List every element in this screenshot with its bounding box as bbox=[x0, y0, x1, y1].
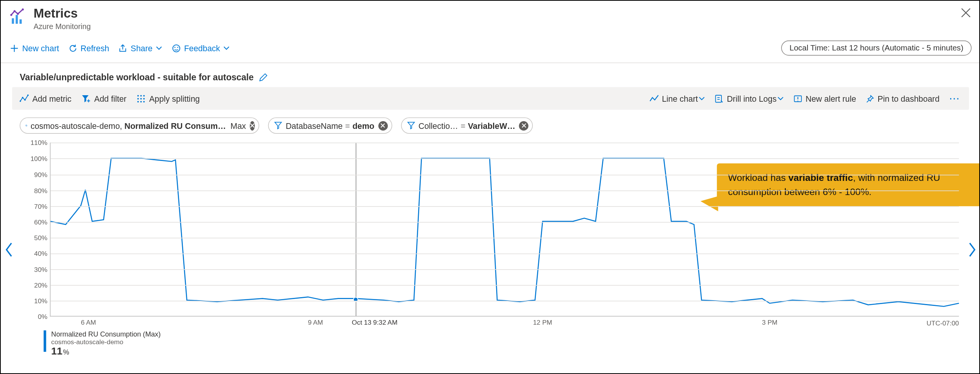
alert-icon bbox=[793, 94, 803, 104]
gridline bbox=[50, 143, 959, 143]
drill-into-logs-button[interactable]: Drill into Logs bbox=[714, 94, 784, 104]
hover-time-label: Oct 13 9:32 AM bbox=[352, 319, 397, 326]
gridline bbox=[50, 206, 959, 207]
share-button[interactable]: Share bbox=[118, 44, 163, 53]
time-range-picker[interactable]: Local Time: Last 12 hours (Automatic - 5… bbox=[781, 41, 972, 56]
y-axis-tick: 50% bbox=[34, 234, 47, 242]
apply-splitting-button[interactable]: Apply splitting bbox=[137, 94, 200, 104]
new-alert-rule-button[interactable]: New alert rule bbox=[793, 94, 856, 104]
svg-point-18 bbox=[140, 98, 142, 99]
svg-point-19 bbox=[143, 98, 145, 99]
smiley-icon bbox=[171, 44, 181, 53]
prev-chart-button[interactable] bbox=[3, 242, 15, 258]
svg-point-8 bbox=[174, 47, 175, 48]
new-chart-label: New chart bbox=[22, 44, 59, 53]
more-actions-button[interactable]: ··· bbox=[948, 94, 961, 104]
x-axis-tick: 6 AM bbox=[81, 319, 96, 326]
y-axis-tick: 70% bbox=[34, 202, 47, 210]
timezone-label: UTC-07:00 bbox=[926, 319, 959, 327]
svg-point-11 bbox=[22, 97, 23, 98]
logs-icon bbox=[714, 94, 724, 104]
y-axis-tick: 100% bbox=[31, 155, 47, 163]
y-axis-tick: 40% bbox=[34, 250, 47, 257]
time-range-label: Local Time: Last 12 hours (Automatic - 5… bbox=[790, 44, 964, 53]
svg-point-5 bbox=[17, 13, 19, 15]
y-axis-tick: 20% bbox=[34, 281, 47, 289]
refresh-button[interactable]: Refresh bbox=[68, 44, 109, 53]
add-metric-icon bbox=[20, 94, 29, 104]
y-axis-tick: 10% bbox=[34, 297, 47, 305]
cosmos-resource-icon bbox=[25, 121, 27, 130]
gridline bbox=[50, 222, 959, 223]
share-label: Share bbox=[131, 44, 153, 53]
remove-pill-button[interactable] bbox=[519, 121, 529, 131]
refresh-label: Refresh bbox=[81, 44, 109, 53]
filter-pill-database[interactable]: DatabaseName=demo bbox=[268, 118, 392, 134]
metric-pill-text: cosmos-autoscale-demo, Normalized RU Con… bbox=[31, 121, 246, 131]
svg-rect-2 bbox=[20, 20, 22, 24]
line-chart-plot[interactable]: 0%10%20%30%40%50%60%70%80%90%100%110% Oc… bbox=[22, 143, 959, 317]
chevron-down-icon bbox=[223, 44, 230, 52]
svg-rect-0 bbox=[12, 18, 14, 24]
page-subtitle: Azure Monitoring bbox=[34, 22, 91, 31]
filter-pill-collection[interactable]: Collectio…=VariableW… bbox=[401, 118, 533, 134]
add-filter-button[interactable]: Add filter bbox=[81, 94, 127, 104]
share-icon bbox=[118, 44, 128, 53]
remove-pill-button[interactable] bbox=[378, 121, 387, 131]
drill-logs-label: Drill into Logs bbox=[727, 94, 777, 104]
chart-type-label: Line chart bbox=[662, 94, 698, 104]
gridline bbox=[50, 254, 959, 254]
close-button[interactable] bbox=[960, 7, 972, 18]
edit-title-button[interactable] bbox=[259, 73, 268, 82]
metric-pill[interactable]: cosmos-autoscale-demo, Normalized RU Con… bbox=[20, 118, 259, 134]
svg-point-17 bbox=[138, 98, 139, 99]
svg-point-3 bbox=[10, 14, 12, 16]
gridline bbox=[50, 301, 959, 302]
refresh-icon bbox=[68, 44, 78, 53]
new-chart-button[interactable]: New chart bbox=[10, 44, 59, 53]
svg-point-4 bbox=[13, 10, 15, 12]
gridline bbox=[50, 174, 959, 175]
gridline bbox=[50, 159, 959, 159]
feedback-button[interactable]: Feedback bbox=[171, 44, 230, 53]
y-axis-tick: 80% bbox=[34, 187, 47, 194]
y-axis-tick: 30% bbox=[34, 265, 47, 273]
chevron-down-icon bbox=[155, 44, 163, 52]
splitting-icon bbox=[137, 94, 146, 104]
chart-type-dropdown[interactable]: Line chart bbox=[649, 94, 705, 104]
svg-point-22 bbox=[143, 101, 145, 102]
svg-point-14 bbox=[138, 95, 139, 96]
chart-title: Variable/unpredictable workload - suitab… bbox=[20, 72, 254, 82]
svg-point-12 bbox=[24, 99, 26, 101]
svg-point-21 bbox=[140, 101, 142, 102]
hover-guideline bbox=[356, 143, 357, 316]
y-axis-tick: 90% bbox=[34, 171, 47, 178]
new-alert-label: New alert rule bbox=[806, 94, 856, 104]
legend-series-name: Normalized RU Consumption (Max) bbox=[51, 331, 161, 338]
y-axis-tick: 110% bbox=[31, 139, 47, 147]
gridline bbox=[50, 238, 959, 239]
x-axis-tick: 9 AM bbox=[308, 319, 323, 326]
filter-pill-text: DatabaseName=demo bbox=[286, 121, 374, 131]
svg-point-6 bbox=[22, 8, 24, 10]
add-metric-button[interactable]: Add metric bbox=[20, 94, 71, 104]
chart-legend[interactable]: Normalized RU Consumption (Max) cosmos-a… bbox=[44, 331, 950, 357]
y-axis-tick: 60% bbox=[34, 218, 47, 226]
gridline bbox=[50, 190, 959, 191]
pin-icon bbox=[865, 94, 874, 104]
chevron-down-icon bbox=[698, 95, 706, 102]
filter-icon bbox=[274, 121, 283, 130]
next-chart-button[interactable] bbox=[967, 242, 978, 258]
legend-resource-name: cosmos-autoscale-demo bbox=[51, 338, 161, 346]
remove-pill-button[interactable] bbox=[250, 121, 255, 131]
metrics-app-icon bbox=[10, 8, 27, 26]
y-axis-tick: 0% bbox=[38, 313, 47, 320]
legend-color-swatch bbox=[44, 331, 46, 352]
filter-pill-text: Collectio…=VariableW… bbox=[418, 121, 515, 131]
svg-point-20 bbox=[138, 101, 139, 102]
annotation-callout: Workload has variable traffic, with norm… bbox=[717, 163, 980, 206]
pin-to-dashboard-button[interactable]: Pin to dashboard bbox=[865, 94, 939, 104]
chevron-down-icon bbox=[777, 95, 784, 102]
svg-point-15 bbox=[140, 95, 142, 96]
apply-splitting-label: Apply splitting bbox=[149, 94, 200, 104]
